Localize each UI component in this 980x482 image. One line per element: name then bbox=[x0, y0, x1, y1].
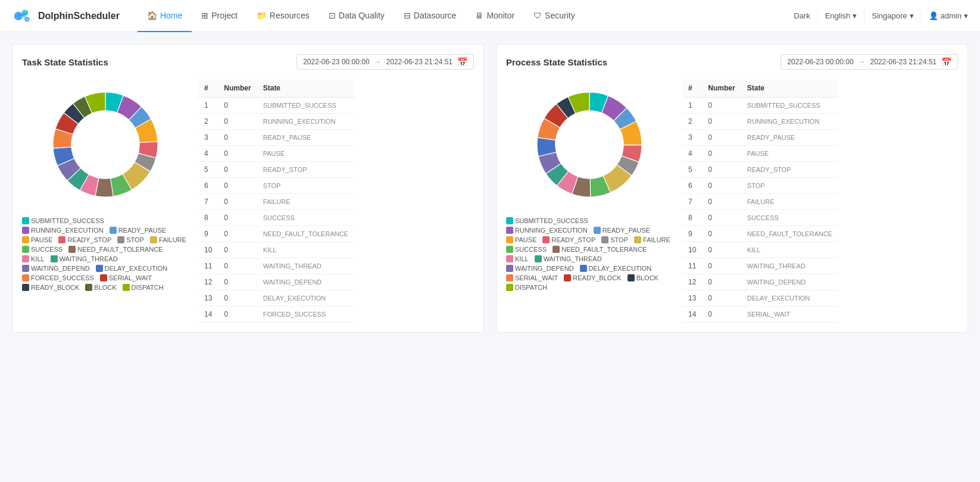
table-row: 30READY_PAUSE bbox=[198, 130, 354, 146]
legend-label: READY_STOP bbox=[67, 236, 111, 243]
legend-label: NEED_FAULT_TOLERANCE bbox=[77, 246, 163, 253]
legend-item: BLOCK bbox=[628, 274, 658, 281]
legend-color bbox=[506, 265, 513, 272]
table-row: 120WAITING_DEPEND bbox=[682, 274, 838, 290]
task-stats-date-range[interactable]: 2022-06-23 00:00:00 → 2022-06-23 21:24:5… bbox=[297, 54, 474, 70]
table-row: 20RUNNING_EXECUTION bbox=[682, 114, 838, 130]
nav-item-data-quality[interactable]: ⊡ Data Quality bbox=[319, 0, 394, 32]
process-stats-header: Process State Statistics 2022-06-23 00:0… bbox=[506, 54, 958, 70]
legend-label: DELAY_EXECUTION bbox=[105, 265, 168, 272]
state-cell: READY_PAUSE bbox=[257, 130, 354, 146]
legend-item: READY_BLOCK bbox=[564, 274, 621, 281]
legend-label: DISPATCH bbox=[132, 284, 164, 291]
table-row: 140SERIAL_WAIT bbox=[682, 306, 838, 323]
nav-item-datasource[interactable]: ⊟ Datasource bbox=[394, 0, 466, 32]
legend-color bbox=[117, 236, 124, 243]
state-cell: RUNNING_EXECUTION bbox=[741, 114, 838, 130]
legend-color bbox=[506, 246, 513, 253]
legend-color bbox=[628, 274, 635, 281]
legend-label: READY_STOP bbox=[551, 236, 595, 243]
legend-color bbox=[110, 227, 117, 234]
process-stats-date-range[interactable]: 2022-06-23 00:00:00 → 2022-06-23 21:24:5… bbox=[781, 54, 958, 70]
legend-item: SERIAL_WAIT bbox=[506, 274, 558, 281]
legend-color bbox=[22, 236, 29, 243]
number-cell: 0 bbox=[218, 178, 257, 194]
table-row: 140FORCED_SUCCESS bbox=[198, 306, 354, 323]
nav-item-monitor[interactable]: 🖥 Monitor bbox=[466, 0, 524, 32]
legend-item: SUCCESS bbox=[22, 246, 63, 253]
legend-item: KILL bbox=[506, 255, 529, 262]
table-row: 80SUCCESS bbox=[682, 210, 838, 226]
theme-toggle[interactable]: Dark bbox=[794, 11, 810, 20]
index-cell: 4 bbox=[682, 146, 702, 162]
table-row: 60STOP bbox=[682, 178, 838, 194]
index-cell: 13 bbox=[682, 290, 702, 306]
index-cell: 3 bbox=[682, 130, 702, 146]
task-col-state: State bbox=[257, 79, 354, 98]
legend-item: DISPATCH bbox=[123, 284, 164, 291]
legend-color bbox=[580, 265, 587, 272]
user-menu[interactable]: 👤 admin ▾ bbox=[929, 11, 968, 20]
table-row: 60STOP bbox=[198, 178, 354, 194]
brand[interactable]: DolphinScheduler bbox=[12, 5, 120, 27]
legend-label: BLOCK bbox=[636, 274, 658, 281]
state-cell: NEED_FAULT_TOLERANCE bbox=[741, 226, 838, 242]
number-cell: 0 bbox=[218, 242, 257, 258]
nav-item-home[interactable]: 🏠 Home bbox=[138, 0, 192, 32]
legend-color bbox=[506, 236, 513, 243]
chevron-down-icon: ▾ bbox=[853, 11, 857, 20]
index-cell: 12 bbox=[682, 274, 702, 290]
legend-label: READY_BLOCK bbox=[573, 274, 621, 281]
legend-item: RUNNING_EXECUTION bbox=[506, 227, 588, 234]
nav-item-resources[interactable]: 📁 Resources bbox=[247, 0, 319, 32]
index-cell: 8 bbox=[198, 210, 218, 226]
number-cell: 0 bbox=[702, 306, 741, 323]
number-cell: 0 bbox=[218, 306, 257, 323]
number-cell: 0 bbox=[218, 210, 257, 226]
task-legend: SUBMITTED_SUCCESSRUNNING_EXECUTIONREADY_… bbox=[22, 217, 189, 291]
state-cell: PAUSE bbox=[741, 146, 838, 162]
index-cell: 7 bbox=[198, 194, 218, 210]
nav-right: Dark English ▾ Singapore ▾ 👤 admin ▾ bbox=[794, 10, 968, 22]
legend-label: READY_BLOCK bbox=[31, 284, 79, 291]
state-cell: FAILURE bbox=[741, 194, 838, 210]
number-cell: 0 bbox=[218, 146, 257, 162]
legend-label: SERIAL_WAIT bbox=[515, 274, 558, 281]
legend-label: DELAY_EXECUTION bbox=[589, 265, 652, 272]
home-icon: 🏠 bbox=[147, 11, 157, 20]
legend-label: BLOCK bbox=[94, 284, 116, 291]
chevron-down-icon3: ▾ bbox=[964, 11, 968, 20]
nav-item-project[interactable]: ⊞ Project bbox=[192, 0, 247, 32]
legend-label: SUBMITTED_SUCCESS bbox=[515, 217, 588, 224]
legend-item: STOP bbox=[601, 236, 628, 243]
table-row: 10SUBMITTED_SUCCESS bbox=[198, 98, 354, 114]
legend-color bbox=[22, 265, 29, 272]
table-row: 70FAILURE bbox=[198, 194, 354, 210]
legend-color bbox=[506, 274, 513, 281]
legend-label: SUCCESS bbox=[31, 246, 63, 253]
process-legend: SUBMITTED_SUCCESSRUNNING_EXECUTIONREADY_… bbox=[506, 217, 673, 291]
legend-item: NEED_FAULT_TOLERANCE bbox=[68, 246, 163, 253]
legend-label: READY_PAUSE bbox=[118, 227, 167, 234]
calendar-icon2: 📅 bbox=[941, 57, 951, 67]
table-row: 100KILL bbox=[682, 242, 838, 258]
security-icon: 🛡 bbox=[533, 11, 542, 20]
index-cell: 2 bbox=[198, 114, 218, 130]
table-row: 20RUNNING_EXECUTION bbox=[198, 114, 354, 130]
task-date-to: 2022-06-23 21:24:51 bbox=[386, 58, 452, 66]
state-cell: WAITING_THREAD bbox=[741, 258, 838, 274]
legend-label: READY_PAUSE bbox=[603, 227, 651, 234]
state-cell: WAITING_DEPEND bbox=[257, 274, 354, 290]
index-cell: 11 bbox=[198, 258, 218, 274]
state-cell: STOP bbox=[741, 178, 838, 194]
number-cell: 0 bbox=[702, 162, 741, 178]
legend-color bbox=[22, 274, 29, 281]
nav-item-security[interactable]: 🛡 Security bbox=[524, 0, 585, 32]
language-selector[interactable]: English ▾ bbox=[825, 11, 857, 20]
user-icon: 👤 bbox=[929, 11, 938, 20]
state-cell: FAILURE bbox=[257, 194, 354, 210]
region-selector[interactable]: Singapore ▾ bbox=[872, 11, 913, 20]
number-cell: 0 bbox=[218, 226, 257, 242]
legend-item: NEED_FAULT_TOLERANCE bbox=[553, 246, 647, 253]
process-donut-chart bbox=[524, 79, 655, 210]
